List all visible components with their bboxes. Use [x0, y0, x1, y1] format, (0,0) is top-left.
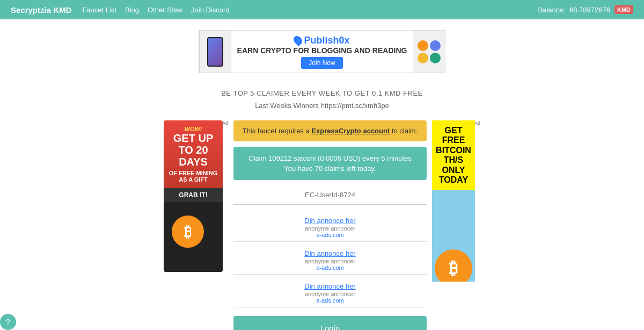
left-ad[interactable]: Ad WOW! GET UP TO 20 DAYS OF FREE MINING…	[164, 120, 228, 303]
left-ad-bottom: ₿	[164, 202, 223, 272]
anonyme-text-1: anonyme annoncer	[233, 225, 427, 232]
userid-input[interactable]	[233, 185, 427, 205]
top-claim-text: BE TOP 5 CLAIMER EVERY WEEK TO GET 0.1 K…	[221, 89, 423, 97]
drop-icon	[292, 34, 304, 47]
a-ads-text-2: a-ads.com	[233, 264, 427, 271]
ad-badge: Ad	[222, 120, 228, 126]
express-banner: This faucet requires a ExpressCrypto acc…	[233, 120, 427, 141]
login-button[interactable]: Login	[233, 316, 427, 330]
din-annonce-link-1[interactable]: Din annonce her	[304, 217, 355, 225]
bitcoin-circle: ₿	[172, 216, 204, 248]
din-annonce-link-3[interactable]: Din annonce her	[304, 282, 355, 290]
claim-line2: You have 70 claims left today.	[241, 164, 419, 173]
claim-banner: Claim 109212 satoshi (0.0006 USD) every …	[233, 147, 427, 180]
inner-ad-3[interactable]: Din annonce her anonyme annoncer a-ads.c…	[233, 278, 427, 307]
ad-center-content: Publish0x EARN CRYPTO FOR BLOGGING AND R…	[231, 30, 413, 73]
header-right: Balance: 68.78972676 KMD	[538, 5, 633, 14]
center-form-area: This faucet requires a ExpressCrypto acc…	[233, 120, 427, 330]
days-text: OF FREE MINING AS A GIFT	[168, 170, 218, 183]
inner-ad-1[interactable]: Din annonce her anonyme annoncer a-ads.c…	[233, 212, 427, 242]
wow-text: WOW!	[168, 126, 218, 132]
anonyme-text-2: anonyme annoncer	[233, 258, 427, 264]
inner-ads: Din annonce her anonyme annoncer a-ads.c…	[233, 212, 427, 307]
nav-blog[interactable]: Blog	[125, 6, 139, 14]
last-winners-text: Last Weeks Winners https://pmt.sc/xmh3pe	[255, 102, 389, 110]
btc-coin-icon: ₿	[435, 249, 472, 282]
three-col-layout: Ad WOW! GET UP TO 20 DAYS OF FREE MINING…	[0, 120, 644, 330]
get-free-text: GET FREE BITCOIN TH/S ONLY TODAY	[435, 126, 472, 185]
din-annonce-link-2[interactable]: Din annonce her	[304, 249, 355, 257]
balance-label: Balance:	[538, 6, 565, 14]
balance-value: 68.78972676	[569, 6, 610, 14]
bottom-bar-icon: ?	[6, 318, 10, 326]
mining-rig-image: ₿	[172, 216, 215, 259]
ad-tagline: EARN CRYPTO FOR BLOGGING AND READING	[237, 46, 407, 55]
header: Secryptzia KMD Faucet List Blog Other Si…	[0, 0, 644, 19]
anonyme-text-3: anonyme annoncer	[233, 291, 427, 297]
express-crypto-link[interactable]: ExpressCrypto account	[311, 127, 390, 135]
a-ads-text-1: a-ads.com	[233, 232, 427, 238]
left-ad-inner: WOW! GET UP TO 20 DAYS OF FREE MINING AS…	[164, 120, 223, 188]
brand-name: Publish0x	[304, 35, 349, 46]
usdt-circle	[430, 53, 441, 63]
nav-other-sites[interactable]: Other Sites	[148, 6, 182, 14]
inner-ad-2[interactable]: Din annonce her anonyme annoncer a-ads.c…	[233, 245, 427, 275]
ad-left-image	[199, 30, 231, 73]
bnb-circle	[418, 53, 428, 63]
claim-line1: Claim 109212 satoshi (0.0006 USD) every …	[241, 154, 419, 162]
right-ad-badge: Ad	[474, 120, 480, 126]
top-ad-banner[interactable]: Publish0x EARN CRYPTO FOR BLOGGING AND R…	[199, 30, 445, 73]
btc-circle	[418, 40, 428, 51]
main: Publish0x EARN CRYPTO FOR BLOGGING AND R…	[0, 19, 644, 330]
content-area: BE TOP 5 CLAIMER EVERY WEEK TO GET 0.1 K…	[0, 78, 644, 330]
eth-circle	[430, 40, 441, 51]
right-ad[interactable]: Ad GET FREE BITCOIN TH/S ONLY TODAY ₿	[432, 120, 480, 303]
right-ad-bottom: ₿	[432, 190, 475, 282]
right-ad-top: GET FREE BITCOIN TH/S ONLY TODAY	[432, 120, 475, 190]
ad-right-image	[413, 30, 445, 73]
bottom-bar[interactable]: ?	[0, 314, 16, 330]
site-title: Secryptzia KMD	[11, 5, 71, 15]
top-ad-inner: Publish0x EARN CRYPTO FOR BLOGGING AND R…	[199, 31, 445, 73]
grab-it-section[interactable]: GRAB IT!	[164, 188, 223, 202]
crypto-circles	[418, 40, 441, 63]
kmd-badge: KMD	[614, 5, 633, 14]
a-ads-text-3: a-ads.com	[233, 297, 427, 304]
nav-join-discord[interactable]: Join Discord	[191, 6, 230, 14]
publish0x-logo: Publish0x	[294, 35, 349, 46]
nav-links: Faucet List Blog Other Sites Join Discor…	[82, 6, 229, 14]
nav-faucet-list[interactable]: Faucet List	[82, 6, 116, 14]
join-now-button[interactable]: Join Now	[301, 57, 342, 69]
header-left: Secryptzia KMD Faucet List Blog Other Si…	[11, 5, 230, 15]
get-up-text: GET UP TO 20 DAYS	[168, 132, 218, 168]
